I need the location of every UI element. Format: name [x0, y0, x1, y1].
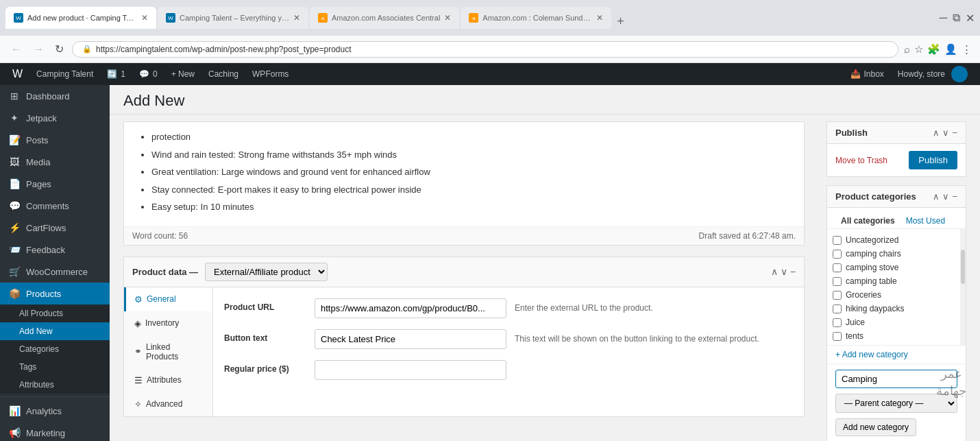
category-checkbox-camping-stove[interactable] [833, 263, 842, 272]
refresh-button[interactable]: ↻ [52, 40, 66, 58]
sidebar-item-comments[interactable]: 💬 Comments [0, 195, 110, 217]
sidebar-item-feedback[interactable]: 📨 Feedback [0, 239, 110, 261]
category-scrollbar[interactable] [960, 229, 966, 345]
tab-attributes[interactable]: ☰ Attributes [124, 368, 212, 392]
updates-count: 1 [121, 69, 125, 79]
category-list: Uncategorized camping chairs camping sto… [827, 229, 966, 346]
sidebar-item-attributes[interactable]: Attributes [0, 376, 110, 394]
sidebar-item-jetpack[interactable]: ✦ Jetpack [0, 107, 110, 129]
browser-tab-2[interactable]: W Camping Talent – Everything yo... ✕ [158, 7, 308, 29]
categories-widget-up-button[interactable]: ∧ [933, 191, 940, 202]
more-button[interactable]: ⋮ [961, 43, 972, 56]
tab-close-2[interactable]: ✕ [293, 13, 300, 23]
all-categories-tab[interactable]: All categories [835, 213, 901, 228]
caching-button[interactable]: Caching [201, 63, 245, 85]
sidebar-item-all-products[interactable]: All Products [0, 305, 110, 322]
maximize-button[interactable]: ⧉ [953, 12, 960, 24]
inbox-button[interactable]: 📥 Inbox [844, 69, 891, 79]
avatar [951, 66, 968, 82]
extensions-button[interactable]: 🧩 [927, 43, 940, 56]
collapse-up-button[interactable]: ∧ [771, 266, 778, 277]
product-url-label: Product URL [224, 298, 306, 312]
minimize-button[interactable]: ─ [940, 12, 947, 24]
category-label-camping-chairs: camping chairs [846, 249, 901, 259]
close-product-data-button[interactable]: − [790, 266, 796, 277]
sidebar-item-products[interactable]: 📦 Products [0, 283, 110, 305]
tab-close-1[interactable]: ✕ [141, 13, 148, 23]
profile-button[interactable]: 👤 [944, 43, 957, 56]
browser-tab-1[interactable]: W Add new product · Camping Tal... ✕ [5, 7, 156, 29]
category-checkbox-tents[interactable] [833, 332, 842, 341]
regular-price-input[interactable] [315, 360, 506, 380]
category-checkbox-camping-chairs[interactable] [833, 250, 842, 259]
product-data-title: Product data — [132, 267, 198, 277]
tab-inventory[interactable]: ◈ Inventory [124, 311, 212, 335]
site-name-button[interactable]: Camping Talent [29, 63, 100, 85]
general-tab-icon: ⚙ [134, 294, 143, 305]
button-text-input[interactable] [315, 329, 506, 349]
wpforms-button[interactable]: WPForms [245, 63, 295, 85]
address-bar[interactable]: 🔒 https://campingtalent.com/wp-admin/pos… [72, 41, 898, 58]
sidebar-item-dashboard[interactable]: ⊞ Dashboard [0, 85, 110, 107]
most-used-tab[interactable]: Most Used [901, 213, 951, 228]
add-new-label: Add New [19, 326, 53, 336]
sidebar-item-media[interactable]: 🖼 Media [0, 151, 110, 173]
sidebar-item-pages[interactable]: 📄 Pages [0, 173, 110, 195]
product-url-input[interactable] [315, 298, 506, 318]
field-row-product-url: Product URL Enter the external URL to th… [224, 298, 793, 318]
categories-widget: Product categories ∧ ∨ − All categories … [826, 185, 966, 441]
category-checkbox-juice[interactable] [833, 318, 842, 327]
publish-widget-up-button[interactable]: ∧ [933, 128, 940, 138]
updates-button[interactable]: 🔄 1 [100, 63, 132, 85]
publish-widget-close-button[interactable]: − [952, 128, 957, 138]
sidebar-item-tags[interactable]: Tags [0, 358, 110, 376]
category-checkbox-groceries[interactable] [833, 291, 842, 300]
sidebar-item-marketing[interactable]: 📢 Marketing [0, 422, 110, 441]
collapse-down-button[interactable]: ∨ [781, 266, 787, 277]
comments-button[interactable]: 💬 0 [132, 63, 164, 85]
bullet-content: protection Wind and rain tested: Strong … [124, 122, 804, 226]
categories-widget-down-button[interactable]: ∨ [942, 191, 949, 202]
wp-logo-button[interactable]: W [5, 63, 29, 85]
sidebar-item-add-new[interactable]: Add New [0, 322, 110, 340]
add-new-category-link[interactable]: + Add new category [827, 346, 966, 364]
tab-advanced[interactable]: ✧ Advanced [124, 392, 212, 416]
new-category-name-input[interactable] [835, 370, 957, 388]
browser-tab-4[interactable]: a Amazon.com : Coleman Sundom... ✕ [461, 7, 611, 29]
category-checkbox-uncategorized[interactable] [833, 236, 842, 245]
add-new-category-button[interactable]: Add new category [835, 418, 916, 436]
sidebar-item-woocommerce[interactable]: 🛒 WooCommerce [0, 261, 110, 283]
new-tab-button[interactable]: + [613, 14, 628, 29]
parent-category-select[interactable]: — Parent category — [835, 394, 957, 413]
product-url-hint: Enter the external URL to the product. [515, 298, 793, 314]
sidebar-item-categories[interactable]: Categories [0, 340, 110, 358]
close-window-button[interactable]: ✕ [966, 12, 975, 25]
bookmark-button[interactable]: ☆ [914, 43, 923, 56]
inventory-tab-label: Inventory [145, 318, 179, 328]
comments-count: 0 [153, 69, 158, 79]
category-checkbox-camping-table[interactable] [833, 277, 842, 286]
sidebar-item-cartflows[interactable]: ⚡ CartFlows [0, 217, 110, 239]
sidebar-item-analytics[interactable]: 📊 Analytics [0, 400, 110, 422]
search-browser-button[interactable]: ⌕ [904, 43, 910, 55]
publish-widget-down-button[interactable]: ∨ [942, 128, 949, 138]
sidebar-label-marketing: Marketing [26, 428, 65, 438]
back-button[interactable]: ← [8, 40, 25, 58]
publish-button[interactable]: Publish [909, 151, 957, 169]
move-to-trash-link[interactable]: Move to Trash [835, 156, 887, 165]
browser-window-controls: ─ ⧉ ✕ [940, 12, 975, 25]
new-content-button[interactable]: + New [164, 63, 201, 85]
product-type-select[interactable]: External/Affiliate product Simple produc… [205, 263, 328, 281]
tab-close-4[interactable]: ✕ [596, 13, 603, 23]
caching-label: Caching [208, 69, 238, 79]
tab-linked-products[interactable]: ⚭ Linked Products [124, 335, 212, 368]
field-row-regular-price: Regular price ($) [224, 360, 793, 380]
categories-widget-close-button[interactable]: − [952, 191, 957, 202]
forward-button[interactable]: → [30, 40, 47, 58]
howdy-button[interactable]: Howdy, store [891, 66, 975, 82]
category-checkbox-hiking-daypacks[interactable] [833, 305, 842, 313]
sidebar-item-posts[interactable]: 📝 Posts [0, 129, 110, 151]
tab-general[interactable]: ⚙ General [124, 287, 212, 311]
browser-tab-3[interactable]: a Amazon.com Associates Central ✕ [310, 7, 459, 29]
tab-close-3[interactable]: ✕ [444, 13, 451, 23]
